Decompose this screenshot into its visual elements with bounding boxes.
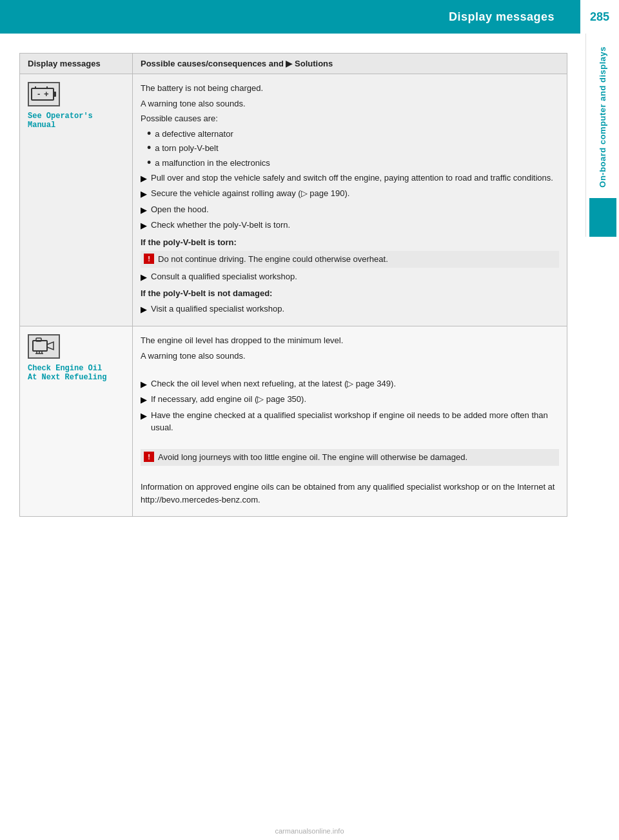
sidebar-color-block [589, 198, 616, 237]
oil-icon-box [28, 334, 60, 359]
arrow-sym: ▶ [141, 219, 147, 232]
arrow-text: Have the engine checked at a qualified s… [151, 409, 559, 434]
display-label-2: Check Engine OilAt Next Refueling [28, 364, 124, 382]
svg-rect-0 [32, 88, 54, 100]
arrow-sym: ▶ [141, 204, 147, 217]
svg-text:-: - [37, 89, 40, 99]
arrow-item: ▶ Check the oil level when next refuelin… [141, 377, 559, 391]
table-row: Check Engine OilAt Next Refueling The en… [20, 326, 567, 517]
arrow-item: ▶ Secure the vehicle against rolling awa… [141, 187, 559, 201]
arrow-sym: ▶ [141, 172, 147, 185]
bullet-item: • a defective alternator [141, 128, 559, 141]
bullet-text: a torn poly-V-belt [155, 142, 218, 155]
arrow-item: ▶ Check whether the poly-V-belt is torn. [141, 219, 559, 232]
final-note: Information on approved engine oils can … [141, 481, 559, 506]
causes-cell-2: The engine oil level has dropped to the … [133, 326, 567, 517]
header-title: Display messages [449, 10, 555, 24]
battery-icon-box: - + [28, 82, 60, 106]
bullet-dot: • [147, 157, 151, 170]
messages-table: Display messages Possible causes/consequ… [19, 53, 567, 517]
warning-item: ! Do not continue driving. The engine co… [141, 251, 559, 268]
bold-section-1: If the poly-V-belt is torn: [141, 236, 559, 249]
display-cell-1: - + See Operator'sManual [20, 74, 133, 326]
main-content: Display messages Possible causes/consequ… [19, 53, 567, 517]
bullet-dot: • [147, 142, 151, 155]
arrow-item: ▶ Have the engine checked at a qualified… [141, 409, 559, 434]
causes-cell-1: The battery is not being charged. A warn… [133, 74, 567, 326]
warning-text-2: Avoid long journeys with too little engi… [158, 451, 467, 464]
arrow-text: Open the hood. [151, 203, 209, 216]
intro-line-3: Possible causes are: [141, 112, 559, 125]
warning-text: Do not continue driving. The engine coul… [158, 253, 388, 266]
bullet-item: • a torn poly-V-belt [141, 142, 559, 155]
arrow-sym: ▶ [141, 378, 147, 391]
arrow-item: ▶ Pull over and stop the vehicle safely … [141, 172, 559, 185]
intro-line-oil-2: A warning tone also sounds. [141, 350, 559, 363]
arrow-sym: ▶ [141, 410, 147, 423]
svg-rect-11 [36, 338, 41, 341]
warning-item-2: ! Avoid long journeys with too little en… [141, 449, 559, 466]
arrow-sym: ▶ [141, 271, 147, 284]
svg-rect-1 [54, 92, 56, 97]
arrow-text: Visit a qualified specialist workshop. [151, 303, 284, 315]
arrow-item: ▶ If necessary, add engine oil (▷ page 3… [141, 393, 559, 406]
watermark: carmanualsonline.info [275, 827, 344, 835]
arrow-sym: ▶ [141, 394, 147, 406]
bullet-item: • a malfunction in the electronics [141, 157, 559, 170]
intro-line-2: A warning tone also sounds. [141, 97, 559, 110]
col-header-causes: Possible causes/consequences and ▶ Solut… [133, 54, 567, 74]
warning-icon-2: ! [144, 452, 154, 462]
table-row: - + See Operator'sManual The battery is … [20, 74, 567, 326]
arrow-text: Check whether the poly-V-belt is torn. [151, 219, 290, 232]
display-label-1: See Operator'sManual [28, 112, 124, 130]
intro-line-oil-1: The engine oil level has dropped to the … [141, 334, 559, 347]
svg-text:+: + [44, 89, 49, 99]
page-number: 285 [580, 0, 619, 34]
bold-section-2: If the poly-V-belt is not damaged: [141, 287, 559, 300]
svg-rect-6 [33, 341, 47, 351]
content-text-1: The battery is not being charged. A warn… [141, 82, 559, 315]
bullet-dot: • [147, 128, 151, 141]
arrow-text: If necessary, add engine oil (▷ page 350… [151, 393, 306, 406]
display-cell-2: Check Engine OilAt Next Refueling [20, 326, 133, 517]
arrow-text: Secure the vehicle against rolling away … [151, 187, 349, 200]
arrow-sym: ▶ [141, 188, 147, 201]
bullet-text: a malfunction in the electronics [155, 157, 270, 170]
arrow-item: ▶ Open the hood. [141, 203, 559, 217]
battery-icon: - + [30, 85, 57, 103]
arrow-item: ▶ Visit a qualified specialist workshop. [141, 303, 559, 316]
sidebar-tab: On-board computer and displays [585, 34, 619, 237]
arrow-text: Pull over and stop the vehicle safely an… [151, 172, 553, 185]
intro-line-1: The battery is not being charged. [141, 82, 559, 95]
sidebar-label: On-board computer and displays [598, 46, 607, 188]
content-text-2: The engine oil level has dropped to the … [141, 334, 559, 506]
header-bar: Display messages [0, 0, 619, 34]
col-header-display: Display messages [20, 54, 133, 74]
arrow-text: Check the oil level when next refueling,… [151, 377, 396, 390]
warning-icon: ! [144, 254, 154, 264]
bullet-text: a defective alternator [155, 128, 233, 141]
arrow-item: ▶ Consult a qualified specialist worksho… [141, 270, 559, 284]
arrow-text: Consult a qualified specialist workshop. [151, 270, 297, 283]
oil-icon [30, 335, 57, 357]
arrow-sym: ▶ [141, 303, 147, 316]
